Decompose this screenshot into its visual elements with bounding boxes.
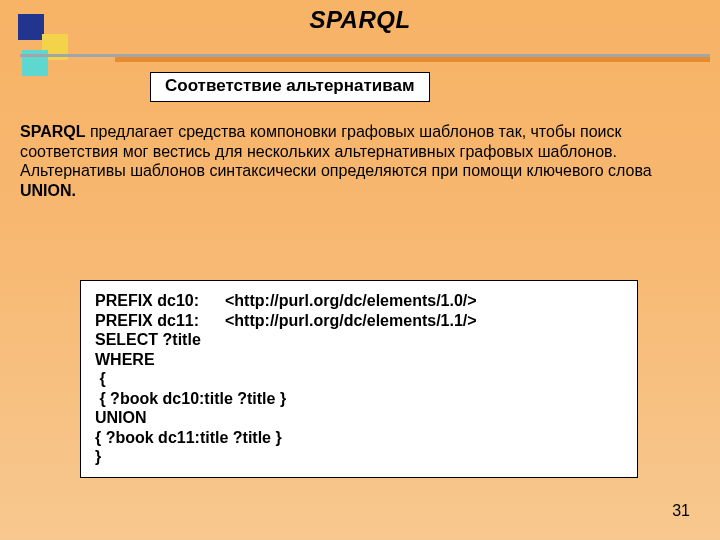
- divider-orange: [115, 57, 710, 62]
- code-line-8: { ?book dc11:title ?title }: [95, 428, 625, 448]
- code-line-5: {: [95, 369, 625, 389]
- prefix2-value: <http://purl.org/dc/elements/1.1/>: [225, 312, 477, 329]
- header: SPARQL Соответствие альтернативам: [0, 0, 720, 110]
- prefix1-label: PREFIX dc10:: [95, 291, 225, 311]
- code-line-1: PREFIX dc10:<http://purl.org/dc/elements…: [95, 291, 625, 311]
- subtitle-box: Соответствие альтернативам: [150, 72, 430, 102]
- body-span-2: Альтернативы шаблонов синтаксически опре…: [20, 162, 652, 179]
- page-number: 31: [672, 502, 690, 520]
- body-strong-2: UNION.: [20, 182, 76, 199]
- code-line-2: PREFIX dc11:<http://purl.org/dc/elements…: [95, 311, 625, 331]
- code-box: PREFIX dc10:<http://purl.org/dc/elements…: [80, 280, 638, 478]
- prefix1-value: <http://purl.org/dc/elements/1.0/>: [225, 292, 477, 309]
- body-text: SPARQL предлагает средства компоновки гр…: [20, 122, 700, 200]
- slide: SPARQL Соответствие альтернативам SPARQL…: [0, 0, 720, 540]
- code-line-7: UNION: [95, 408, 625, 428]
- code-line-6: { ?book dc10:title ?title }: [95, 389, 625, 409]
- body-span-1: предлагает средства компоновки графовых …: [20, 123, 622, 160]
- code-line-9: }: [95, 447, 625, 467]
- code-line-4: WHERE: [95, 350, 625, 370]
- page-title: SPARQL: [0, 6, 720, 34]
- prefix2-label: PREFIX dc11:: [95, 311, 225, 331]
- body-strong-1: SPARQL: [20, 123, 85, 140]
- code-line-3: SELECT ?title: [95, 330, 625, 350]
